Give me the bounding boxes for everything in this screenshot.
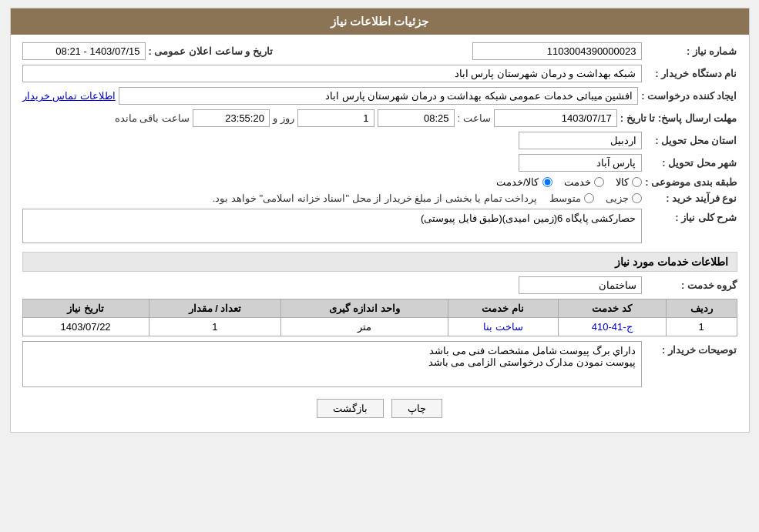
table-head: ردیف کد خدمت نام خدمت واحد اندازه گیری ت… [22, 299, 737, 318]
row-sharhKolli: شرح کلی نیاز : [22, 209, 737, 246]
row-mohlat: مهلت ارسال پاسخ: تا تاریخ : 1403/07/17 س… [22, 109, 737, 127]
groheKhadamat-value: ساختمان [519, 276, 642, 294]
cell-vahed: متر [281, 318, 448, 336]
back-button[interactable]: بازگشت [317, 399, 384, 418]
row-namDastgah: نام دستگاه خریدار : شبکه بهداشت و درمان … [22, 65, 737, 82]
row-ostan: استان محل تحویل : اردبیل [22, 132, 737, 149]
page-container: جزئیات اطلاعات نیاز شماره نیاز : 1103004… [10, 8, 750, 433]
tosifat-container [22, 341, 642, 390]
section-khadamat-title: اطلاعات خدمات مورد نیاز [22, 252, 737, 272]
cell-radif: 1 [666, 318, 737, 336]
ettelaatTamas-link[interactable]: اطلاعات تماس خریدار [22, 90, 116, 102]
shomareNiaz-label: شماره نیاز : [645, 45, 737, 57]
ijadKonande-label: ایجاد کننده درخواست : [641, 90, 737, 102]
row-shomareNiaz: شماره نیاز : 1103004390000023 تاریخ و سا… [22, 42, 737, 60]
page-header: جزئیات اطلاعات نیاز [11, 8, 749, 35]
sharhKolli-value [22, 209, 642, 243]
shomareNiaz-value: 1103004390000023 [472, 42, 642, 60]
cell-tedad: 1 [149, 318, 281, 336]
saatBaghimande-value: 23:55:20 [193, 109, 270, 127]
radio-kala-khadamat-input[interactable] [542, 177, 552, 187]
table-row: 1 ج-41-410 ساخت بنا متر 1 1403/07/22 [22, 318, 737, 336]
col-tedad: تعداد / مقدار [149, 299, 281, 318]
page-title: جزئیات اطلاعات نیاز [331, 15, 428, 28]
radio-khadamat-label: خدمت [564, 176, 591, 188]
radio-kala-input[interactable] [632, 177, 642, 187]
tosifat-label: توصیحات خریدار : [645, 341, 737, 356]
cell-tarikh: 1403/07/22 [22, 318, 149, 336]
radio-kala-khadamat-label: کالا/خدمت [496, 176, 539, 188]
col-kodKhadamat: کد خدمت [558, 299, 666, 318]
row-groheKhadamat: گروه خدمت : ساختمان [22, 276, 737, 294]
ostan-value: اردبیل [519, 132, 642, 149]
radio-jozee-input[interactable] [632, 193, 642, 203]
sharhKolli-container [22, 209, 642, 246]
button-row: چاپ بازگشت [22, 399, 737, 418]
print-button[interactable]: چاپ [391, 399, 442, 418]
radio-khadamat-input[interactable] [594, 177, 604, 187]
purchase-type-group: جزیی متوسط پرداخت تمام یا بخشی از مبلغ خ… [213, 192, 642, 204]
radio-kala-label: کالا [616, 176, 629, 188]
shahr-value: پارس آباد [519, 154, 642, 172]
table-body: 1 ج-41-410 ساخت بنا متر 1 1403/07/22 [22, 318, 737, 336]
saatBaghimande-label: ساعت باقی مانده [115, 112, 190, 124]
tarikh-label: تاریخ و ساعت اعلان عمومی : [149, 45, 273, 57]
mohlat-label: مهلت ارسال پاسخ: تا تاریخ : [620, 112, 737, 124]
radio-kala-khadamat: کالا/خدمت [496, 176, 552, 188]
tabaqe-radio-group: کالا خدمت کالا/خدمت [496, 176, 642, 188]
tosifat-value [22, 341, 642, 387]
row-tosifat: توصیحات خریدار : [22, 341, 737, 390]
radio-motavaset-input[interactable] [584, 193, 594, 203]
tarikh-value: 1403/07/15 - 08:21 [22, 42, 146, 60]
radio-kala: کالا [616, 176, 642, 188]
mohlatDate-value: 1403/07/17 [494, 109, 617, 127]
ostan-label: استان محل تحویل : [645, 135, 737, 146]
table-header-row: ردیف کد خدمت نام خدمت واحد اندازه گیری ت… [22, 299, 737, 318]
noeFarayand-label: نوع فرآیند خرید : [645, 192, 737, 204]
roz-label: روز و [273, 112, 294, 124]
row-ijadKonande: ایجاد کننده درخواست : افشین میبائی خدمات… [22, 87, 737, 105]
mohlatTime-value: 08:25 [378, 109, 455, 127]
content-area: شماره نیاز : 1103004390000023 تاریخ و سا… [11, 35, 749, 432]
radio-khadamat: خدمت [564, 176, 604, 188]
radio-motavaset-label: متوسط [549, 192, 581, 204]
cell-kodKhadamat: ج-41-410 [558, 318, 666, 336]
namDastgah-label: نام دستگاه خریدار : [645, 68, 737, 79]
items-table: ردیف کد خدمت نام خدمت واحد اندازه گیری ت… [22, 299, 737, 336]
namDastgah-value: شبکه بهداشت و درمان شهرستان پارس اباد [22, 65, 642, 82]
col-namKhadamat: نام خدمت [448, 299, 558, 318]
row-noeFarayand: نوع فرآیند خرید : جزیی متوسط پرداخت تمام… [22, 192, 737, 204]
tabaqe-label: طبقه بندی موضوعی : [645, 176, 737, 188]
col-vahed: واحد اندازه گیری [281, 299, 448, 318]
sharhKolli-label: شرح کلی نیاز : [645, 209, 737, 223]
groheKhadamat-label: گروه خدمت : [645, 279, 737, 291]
roz-value: 1 [297, 109, 374, 127]
mohlatTime-label: ساعت : [458, 112, 491, 124]
radio-jozee-label: جزیی [606, 192, 629, 204]
ijadKonande-value: افشین میبائی خدمات عمومی شبکه بهداشت و د… [119, 87, 639, 105]
shahr-label: شهر محل تحویل : [645, 157, 737, 169]
radio-motavaset: متوسط [549, 192, 594, 204]
farayand-desc: پرداخت تمام یا بخشی از مبلغ خریدار از مح… [213, 192, 538, 204]
row-tabaqe: طبقه بندی موضوعی : کالا خدمت کالا/خدمت [22, 176, 737, 188]
radio-jozee: جزیی [606, 192, 642, 204]
row-shahr: شهر محل تحویل : پارس آباد [22, 154, 737, 172]
col-radif: ردیف [666, 299, 737, 318]
col-tarikh: تاریخ نیاز [22, 299, 149, 318]
cell-namKhadamat: ساخت بنا [448, 318, 558, 336]
